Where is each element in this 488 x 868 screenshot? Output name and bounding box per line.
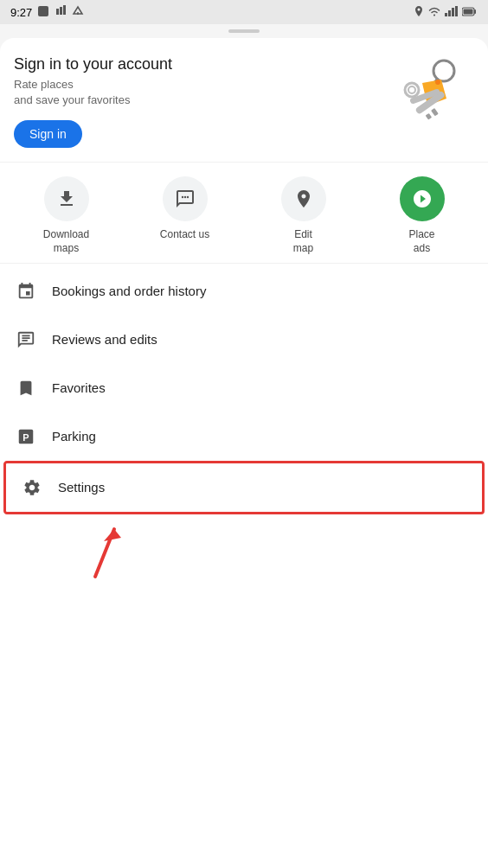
quick-actions: Downloadmaps Contact us Editmap Placeads <box>0 163 488 263</box>
quick-action-edit-map[interactable]: Editmap <box>273 176 334 255</box>
download-maps-icon <box>44 176 89 221</box>
contact-us-label: Contact us <box>160 228 209 242</box>
svg-rect-1 <box>56 9 59 15</box>
parking-label: Parking <box>52 429 96 444</box>
wifi-icon <box>427 6 441 19</box>
svg-rect-3 <box>63 5 66 15</box>
svg-rect-8 <box>448 10 451 16</box>
status-right <box>414 5 478 20</box>
location-icon <box>414 5 424 20</box>
settings-icon <box>20 475 44 500</box>
header-title: Sign in to your account <box>14 55 172 73</box>
header-text: Sign in to your account Rate places and … <box>14 55 172 108</box>
bookings-icon <box>14 279 38 303</box>
header-section: Sign in to your account Rate places and … <box>0 38 488 163</box>
svg-point-24 <box>183 196 185 198</box>
battery-icon <box>462 6 478 19</box>
status-icon-3 <box>72 5 84 20</box>
keys-illustration <box>396 55 474 133</box>
svg-text:P: P <box>22 431 29 442</box>
quick-action-download-maps[interactable]: Downloadmaps <box>36 176 97 255</box>
menu-item-reviews[interactable]: Reviews and edits <box>0 316 488 364</box>
edit-map-label: Editmap <box>293 228 313 255</box>
svg-rect-10 <box>455 6 458 16</box>
favorites-icon <box>14 376 38 400</box>
svg-rect-12 <box>474 10 476 14</box>
place-ads-icon <box>400 176 445 221</box>
status-left: 9:27 <box>10 5 84 20</box>
contact-us-icon <box>163 176 208 221</box>
svg-rect-9 <box>452 8 454 16</box>
sign-in-button[interactable]: Sign in <box>14 120 82 148</box>
svg-point-6 <box>418 8 421 10</box>
edit-map-icon <box>281 176 326 221</box>
svg-rect-0 <box>38 6 48 16</box>
svg-rect-2 <box>60 7 62 15</box>
signal-icon <box>445 6 459 19</box>
svg-point-23 <box>181 196 183 198</box>
svg-rect-13 <box>464 9 473 14</box>
menu-item-favorites[interactable]: Favorites <box>0 364 488 412</box>
svg-rect-18 <box>431 108 439 116</box>
place-ads-label: Placeads <box>408 228 434 255</box>
svg-point-25 <box>186 196 188 198</box>
quick-action-contact-us[interactable]: Contact us <box>155 176 215 255</box>
favorites-label: Favorites <box>52 380 106 395</box>
svg-rect-7 <box>445 13 447 16</box>
bookings-label: Bookings and order history <box>52 284 206 298</box>
reviews-label: Reviews and edits <box>52 332 157 347</box>
main-panel: Sign in to your account Rate places and … <box>0 38 488 868</box>
reviews-icon <box>14 328 38 352</box>
quick-action-place-ads[interactable]: Placeads <box>392 176 453 255</box>
menu-list: Bookings and order history Reviews and e… <box>0 264 488 518</box>
header-content: Sign in to your account Rate places and … <box>14 55 172 148</box>
status-icon-1 <box>37 5 49 20</box>
drag-handle <box>228 29 260 33</box>
menu-item-settings[interactable]: Settings <box>3 461 485 514</box>
header-subtitle: Rate places and save your favorites <box>14 77 172 108</box>
svg-rect-19 <box>426 113 433 120</box>
status-time: 9:27 <box>10 6 32 19</box>
status-icon-2 <box>55 5 67 20</box>
svg-point-21 <box>405 83 419 97</box>
parking-icon: P <box>14 424 38 449</box>
settings-label: Settings <box>58 480 105 495</box>
svg-point-16 <box>435 80 440 85</box>
menu-item-parking[interactable]: P Parking <box>0 412 488 461</box>
download-maps-label: Downloadmaps <box>43 228 89 255</box>
svg-point-22 <box>408 86 415 93</box>
menu-item-bookings[interactable]: Bookings and order history <box>0 267 488 316</box>
status-bar: 9:27 <box>0 0 488 24</box>
